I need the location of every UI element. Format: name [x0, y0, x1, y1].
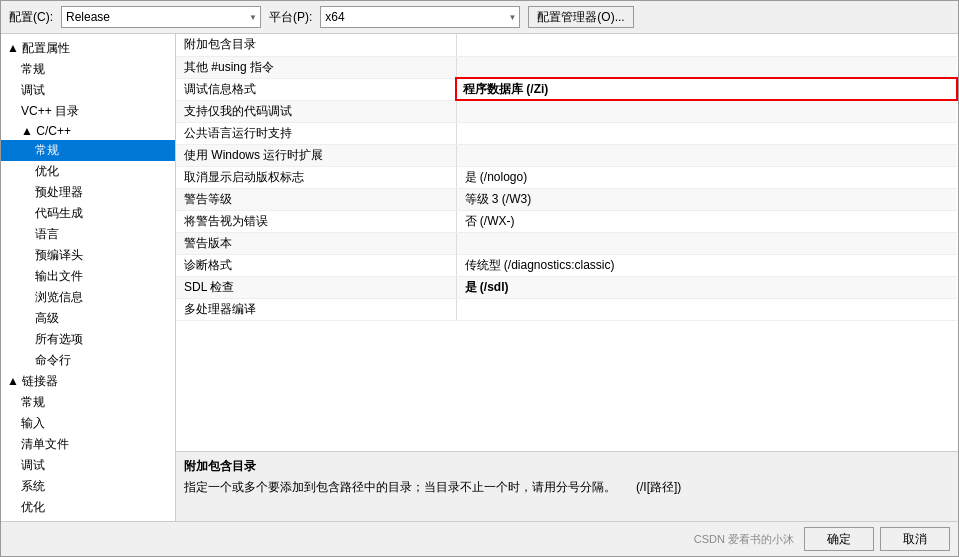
sidebar-item-advanced[interactable]: 高级: [1, 308, 175, 329]
table-row[interactable]: 诊断格式传统型 (/diagnostics:classic): [176, 254, 957, 276]
prop-value-cell: 否 (/WX-): [456, 210, 957, 232]
prop-name-cell: 公共语言运行时支持: [176, 122, 456, 144]
sidebar-item-label-advanced: 高级: [35, 310, 59, 327]
description-title: 附加包含目录: [184, 458, 950, 475]
platform-select-wrapper[interactable]: x64: [320, 6, 520, 28]
sidebar-item-preprocessor[interactable]: 预处理器: [1, 182, 175, 203]
sidebar-item-cmdline[interactable]: 命令行: [1, 350, 175, 371]
sidebar-item-label-linker-group: ▲ 链接器: [7, 373, 58, 390]
prop-value-cell: 是 (/sdl): [456, 276, 957, 298]
sidebar-item-output-files[interactable]: 输出文件: [1, 266, 175, 287]
sidebar-item-linker-general[interactable]: 常规: [1, 392, 175, 413]
description-body: 指定一个或多个要添加到包含路径中的目录；当目录不止一个时，请用分号分隔。: [184, 480, 616, 494]
sidebar-item-label-debug: 调试: [21, 82, 45, 99]
table-row[interactable]: SDL 检查是 (/sdl): [176, 276, 957, 298]
sidebar-item-manifest-file[interactable]: 清单文件: [1, 434, 175, 455]
sidebar-item-cpp-group[interactable]: ▲ C/C++: [1, 122, 175, 140]
sidebar-item-all-options[interactable]: 所有选项: [1, 329, 175, 350]
prop-name-cell: 支持仅我的代码调试: [176, 100, 456, 122]
description-hint: (/I[路径]): [636, 480, 681, 494]
sidebar-item-browse-info[interactable]: 浏览信息: [1, 287, 175, 308]
table-row[interactable]: 将警告视为错误否 (/WX-): [176, 210, 957, 232]
prop-name-cell: 使用 Windows 运行时扩展: [176, 144, 456, 166]
prop-value-cell: [456, 34, 957, 56]
properties-dialog: 配置(C): Release 平台(P): x64 配置管理器(O)... ▲ …: [0, 0, 959, 557]
prop-name-cell: 警告等级: [176, 188, 456, 210]
watermark: CSDN 爱看书的小沐: [694, 532, 794, 547]
config-select[interactable]: Release: [61, 6, 261, 28]
manage-config-button[interactable]: 配置管理器(O)...: [528, 6, 633, 28]
sidebar-item-language[interactable]: 语言: [1, 224, 175, 245]
prop-name-cell: 多处理器编译: [176, 298, 456, 320]
prop-value-cell: [456, 56, 957, 78]
table-row[interactable]: 公共语言运行时支持: [176, 122, 957, 144]
table-row[interactable]: 使用 Windows 运行时扩展: [176, 144, 957, 166]
bottom-bar: CSDN 爱看书的小沐 确定 取消: [1, 521, 958, 556]
prop-value-cell: 等级 3 (/W3): [456, 188, 957, 210]
prop-name-cell: 警告版本: [176, 232, 456, 254]
sidebar-item-label-linker-debug: 调试: [21, 457, 45, 474]
sidebar-item-label-linker-general: 常规: [21, 394, 45, 411]
sidebar-item-linker-group[interactable]: ▲ 链接器: [1, 371, 175, 392]
sidebar-item-system[interactable]: 系统: [1, 476, 175, 497]
sidebar-item-cpp-general[interactable]: 常规: [1, 140, 175, 161]
table-row[interactable]: 附加包含目录: [176, 34, 957, 56]
sidebar-item-label-system: 系统: [21, 478, 45, 495]
sidebar-item-label-cpp-group: ▲ C/C++: [21, 124, 71, 138]
table-row[interactable]: 其他 #using 指令: [176, 56, 957, 78]
prop-value-cell: [456, 144, 957, 166]
sidebar-item-label-output-files: 输出文件: [35, 268, 83, 285]
prop-value-cell: [456, 298, 957, 320]
prop-name-cell: 诊断格式: [176, 254, 456, 276]
platform-label: 平台(P):: [269, 9, 312, 26]
ok-button[interactable]: 确定: [804, 527, 874, 551]
description-area: 附加包含目录 指定一个或多个要添加到包含路径中的目录；当目录不止一个时，请用分号…: [176, 451, 958, 521]
prop-name-cell: 附加包含目录: [176, 34, 456, 56]
sidebar-item-label-cmdline: 命令行: [35, 352, 71, 369]
property-table: 附加包含目录其他 #using 指令调试信息格式程序数据库 (/Zi)支持仅我的…: [176, 34, 958, 321]
config-label: 配置(C):: [9, 9, 53, 26]
sidebar-item-label-config-props: ▲ 配置属性: [7, 40, 70, 57]
table-row[interactable]: 多处理器编译: [176, 298, 957, 320]
sidebar-item-label-cpp-optimize: 优化: [35, 163, 59, 180]
table-row[interactable]: 取消显示启动版权标志是 (/nologo): [176, 166, 957, 188]
sidebar-item-codegen[interactable]: 代码生成: [1, 203, 175, 224]
sidebar-item-vc-dirs[interactable]: VC++ 目录: [1, 101, 175, 122]
sidebar-item-linker-debug[interactable]: 调试: [1, 455, 175, 476]
sidebar: ▲ 配置属性常规调试VC++ 目录▲ C/C++常规优化预处理器代码生成语言预编…: [1, 34, 176, 521]
sidebar-item-linker-input[interactable]: 输入: [1, 413, 175, 434]
prop-value-cell: [456, 100, 957, 122]
sidebar-item-linker-optimize[interactable]: 优化: [1, 497, 175, 518]
sidebar-item-label-linker-optimize: 优化: [21, 499, 45, 516]
sidebar-item-label-language: 语言: [35, 226, 59, 243]
table-row[interactable]: 警告等级等级 3 (/W3): [176, 188, 957, 210]
table-row[interactable]: 警告版本: [176, 232, 957, 254]
sidebar-item-label-vc-dirs: VC++ 目录: [21, 103, 79, 120]
main-area: ▲ 配置属性常规调试VC++ 目录▲ C/C++常规优化预处理器代码生成语言预编…: [1, 34, 958, 521]
table-row[interactable]: 支持仅我的代码调试: [176, 100, 957, 122]
sidebar-item-pch[interactable]: 预编译头: [1, 245, 175, 266]
config-select-wrapper[interactable]: Release: [61, 6, 261, 28]
sidebar-item-cpp-optimize[interactable]: 优化: [1, 161, 175, 182]
prop-value-cell: [456, 122, 957, 144]
content-panel: 附加包含目录其他 #using 指令调试信息格式程序数据库 (/Zi)支持仅我的…: [176, 34, 958, 521]
sidebar-item-config-props[interactable]: ▲ 配置属性: [1, 38, 175, 59]
sidebar-item-label-linker-input: 输入: [21, 415, 45, 432]
cancel-button[interactable]: 取消: [880, 527, 950, 551]
prop-value-cell: 程序数据库 (/Zi): [456, 78, 957, 100]
prop-value-cell: 传统型 (/diagnostics:classic): [456, 254, 957, 276]
table-row[interactable]: 调试信息格式程序数据库 (/Zi): [176, 78, 957, 100]
property-table-container: 附加包含目录其他 #using 指令调试信息格式程序数据库 (/Zi)支持仅我的…: [176, 34, 958, 451]
sidebar-item-label-pch: 预编译头: [35, 247, 83, 264]
sidebar-item-label-all-options: 所有选项: [35, 331, 83, 348]
description-text: 指定一个或多个要添加到包含路径中的目录；当目录不止一个时，请用分号分隔。 (/I…: [184, 479, 950, 496]
platform-select[interactable]: x64: [320, 6, 520, 28]
prop-name-cell: 其他 #using 指令: [176, 56, 456, 78]
sidebar-item-label-preprocessor: 预处理器: [35, 184, 83, 201]
sidebar-item-label-cpp-general: 常规: [35, 142, 59, 159]
sidebar-item-label-general: 常规: [21, 61, 45, 78]
sidebar-item-debug[interactable]: 调试: [1, 80, 175, 101]
sidebar-item-general[interactable]: 常规: [1, 59, 175, 80]
sidebar-item-label-manifest-file: 清单文件: [21, 436, 69, 453]
prop-name-cell: 调试信息格式: [176, 78, 456, 100]
